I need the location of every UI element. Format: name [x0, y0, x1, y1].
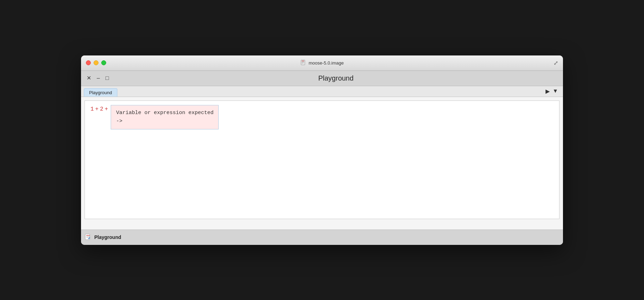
playground-tab[interactable]: Playground: [84, 88, 117, 97]
app-toolbar: ✕ – □ Playground: [81, 71, 563, 86]
close-toolbar-button[interactable]: ✕: [85, 75, 93, 82]
code-num2: 2: [100, 105, 103, 113]
code-op2: +: [105, 105, 108, 113]
traffic-lights: [86, 60, 106, 65]
toolbar-title: Playground: [113, 74, 559, 82]
expand-button[interactable]: ⤢: [554, 60, 558, 66]
code-op1: +: [95, 105, 99, 113]
svg-rect-2: [302, 62, 304, 62]
code-num1: 1: [90, 105, 94, 113]
svg-rect-3: [302, 63, 303, 63]
restore-toolbar-button[interactable]: □: [104, 75, 110, 82]
window-title: moose-5.0.image: [309, 60, 344, 66]
error-line1: Variable or expression expected: [116, 109, 213, 117]
dropdown-button[interactable]: ▼: [552, 88, 559, 95]
tab-bar: Playground ▶ ▼: [81, 86, 563, 97]
minimize-toolbar-button[interactable]: –: [95, 75, 101, 82]
title-bar-center: moose-5.0.image: [300, 60, 344, 66]
svg-rect-1: [302, 61, 304, 61]
close-button[interactable]: [86, 60, 91, 65]
title-bar: moose-5.0.image ⤢: [81, 55, 563, 71]
main-window: moose-5.0.image ⤢ ✕ – □ Playground Playg…: [81, 55, 563, 245]
minimize-button[interactable]: [94, 60, 98, 65]
main-content: 1 + 2 + Variable or expression expected …: [81, 97, 563, 230]
code-editor[interactable]: 1 + 2 + Variable or expression expected …: [85, 100, 559, 219]
status-bar: Playground: [81, 230, 563, 245]
tab-actions: ▶ ▼: [545, 88, 559, 95]
status-file-icon: [85, 234, 92, 241]
maximize-button[interactable]: [101, 60, 106, 65]
error-line2: ->: [116, 117, 213, 126]
tab-label: Playground: [89, 90, 112, 95]
code-line-1: 1 + 2 + Variable or expression expected …: [90, 105, 554, 129]
run-button[interactable]: ▶: [545, 88, 550, 95]
error-tooltip: Variable or expression expected ->: [111, 105, 219, 129]
file-icon: [300, 60, 307, 66]
status-label: Playground: [94, 234, 121, 240]
